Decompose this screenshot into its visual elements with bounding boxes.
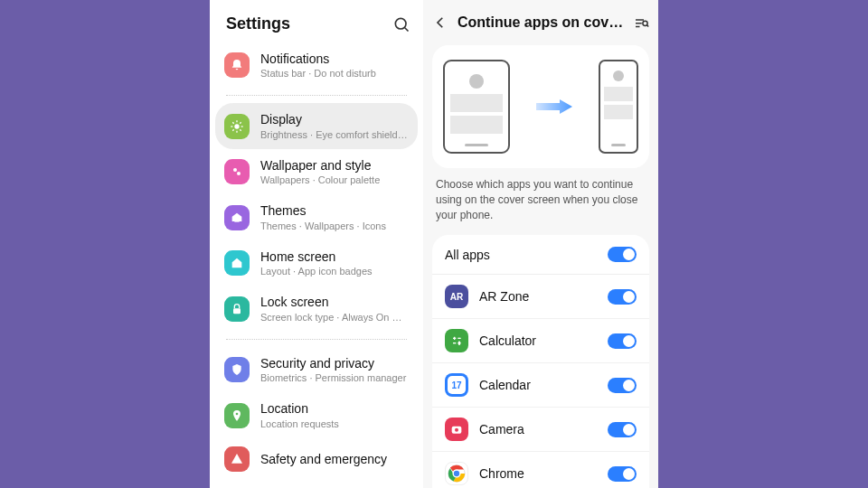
- all-apps-label: All apps: [445, 248, 608, 262]
- setting-icon: [224, 250, 250, 276]
- device-screen: Settings NotificationsStatus bar · Do no…: [210, 0, 658, 488]
- svg-point-30: [455, 428, 458, 432]
- app-row-chrome[interactable]: Chrome: [432, 452, 649, 488]
- divider: [226, 339, 407, 340]
- setting-title: Security and privacy: [260, 355, 409, 371]
- setting-row-lock-screen[interactable]: Lock screenScreen lock type · Always On …: [215, 286, 418, 331]
- setting-icon: [224, 114, 250, 139]
- setting-sub: Layout · App icon badges: [260, 265, 409, 277]
- app-label: AR Zone: [479, 289, 608, 304]
- app-icon: [445, 418, 468, 441]
- back-icon[interactable]: [432, 14, 448, 31]
- setting-icon: [224, 52, 250, 78]
- setting-icon: [224, 357, 250, 382]
- app-row-calculator[interactable]: Calculator: [432, 319, 649, 363]
- setting-row-notifications[interactable]: NotificationsStatus bar · Do not disturb: [215, 42, 418, 88]
- setting-icon: [224, 205, 250, 230]
- setting-row-themes[interactable]: ThemesThemes · Wallpapers · Icons: [215, 194, 418, 239]
- svg-point-12: [237, 172, 241, 175]
- detail-description: Choose which apps you want to continue u…: [423, 177, 658, 235]
- search-filter-icon[interactable]: [633, 14, 649, 31]
- setting-sub: Biometrics · Permission manager: [260, 371, 409, 384]
- app-toggle[interactable]: [608, 466, 637, 482]
- app-label: Calculator: [479, 333, 608, 348]
- settings-pane: Settings NotificationsStatus bar · Do no…: [210, 0, 423, 488]
- app-icon: [445, 329, 468, 352]
- divider: [226, 95, 407, 96]
- app-label: Chrome: [479, 466, 608, 481]
- search-icon[interactable]: [392, 15, 410, 33]
- setting-title: Home screen: [260, 249, 409, 265]
- setting-title: Lock screen: [260, 294, 409, 310]
- app-row-calendar[interactable]: 17Calendar: [432, 363, 649, 408]
- setting-row-wallpaper-and-style[interactable]: Wallpaper and styleWallpapers · Colour p…: [215, 149, 418, 194]
- app-icon: AR: [445, 285, 468, 308]
- app-toggle[interactable]: [608, 289, 637, 305]
- svg-point-11: [233, 168, 237, 172]
- app-row-ar-zone[interactable]: ARAR Zone: [432, 275, 649, 319]
- app-icon: 17: [445, 373, 468, 397]
- phone-closed-icon: [599, 60, 638, 154]
- setting-title: Location: [260, 400, 409, 417]
- arrow-icon: [536, 99, 572, 114]
- setting-row-home-screen[interactable]: Home screenLayout · App icon badges: [215, 240, 418, 286]
- app-label: Camera: [479, 422, 608, 436]
- app-icon: [445, 462, 468, 485]
- setting-row-security-and-privacy[interactable]: Security and privacyBiometrics · Permiss…: [215, 347, 418, 392]
- setting-icon: [224, 159, 250, 184]
- setting-title: Notifications: [260, 51, 409, 67]
- svg-marker-21: [536, 99, 572, 114]
- app-list: All apps ARAR ZoneCalculator17CalendarCa…: [432, 235, 649, 488]
- setting-sub: Status bar · Do not disturb: [260, 67, 409, 80]
- detail-header: Continue apps on cover…: [423, 0, 658, 40]
- svg-rect-13: [234, 221, 239, 221]
- app-label: Calendar: [479, 378, 608, 392]
- all-apps-row[interactable]: All apps: [432, 235, 649, 275]
- setting-icon: [224, 403, 250, 428]
- svg-point-19: [643, 21, 647, 25]
- setting-sub: Location requests: [260, 418, 409, 430]
- svg-line-8: [240, 129, 241, 130]
- setting-icon: [224, 296, 250, 322]
- settings-title: Settings: [226, 14, 392, 33]
- svg-point-15: [236, 412, 239, 415]
- setting-sub: Brightness · Eye comfort shield · Naviga…: [260, 128, 409, 141]
- settings-header: Settings: [210, 0, 423, 42]
- setting-sub: Wallpapers · Colour palette: [260, 174, 409, 186]
- setting-sub: Themes · Wallpapers · Icons: [260, 220, 409, 232]
- svg-line-7: [232, 122, 233, 123]
- setting-icon: [224, 446, 250, 472]
- svg-line-20: [646, 25, 648, 27]
- svg-line-9: [232, 129, 233, 130]
- svg-line-1: [405, 27, 409, 31]
- svg-point-2: [234, 124, 239, 128]
- svg-line-10: [240, 122, 241, 123]
- app-toggle[interactable]: [608, 333, 637, 349]
- detail-pane: Continue apps on cover… Choose which app…: [423, 0, 658, 488]
- phone-open-icon: [443, 60, 510, 154]
- settings-list: NotificationsStatus bar · Do not disturb…: [210, 42, 423, 480]
- all-apps-toggle[interactable]: [608, 247, 637, 262]
- setting-title: Themes: [260, 202, 409, 219]
- setting-row-display[interactable]: DisplayBrightness · Eye comfort shield ·…: [215, 103, 418, 148]
- svg-point-0: [395, 18, 406, 29]
- setting-title: Safety and emergency: [260, 451, 409, 467]
- app-toggle[interactable]: [608, 422, 637, 437]
- setting-title: Display: [260, 111, 409, 127]
- illustration-card: [432, 45, 649, 168]
- setting-sub: Screen lock type · Always On Display: [260, 311, 409, 324]
- setting-row-location[interactable]: LocationLocation requests: [215, 392, 418, 437]
- setting-row-safety-and-emergency[interactable]: Safety and emergency: [215, 438, 418, 480]
- svg-rect-14: [233, 308, 241, 314]
- app-toggle[interactable]: [608, 378, 637, 393]
- detail-title: Continue apps on cover…: [458, 14, 624, 31]
- setting-title: Wallpaper and style: [260, 157, 409, 174]
- app-row-camera[interactable]: Camera: [432, 408, 649, 452]
